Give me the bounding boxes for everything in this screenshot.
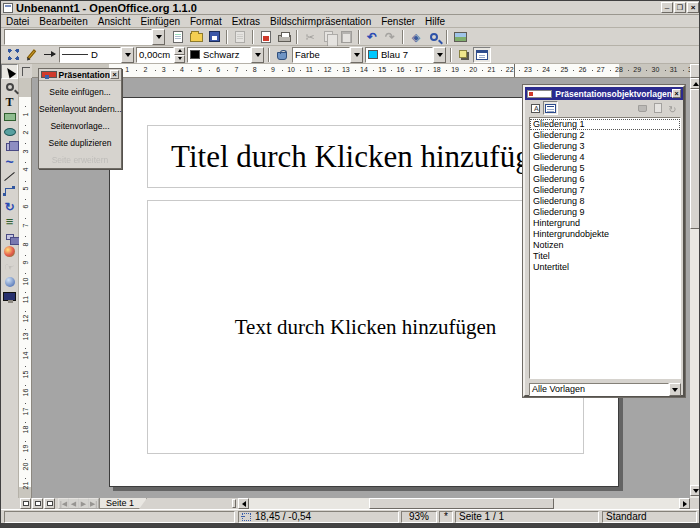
undo-icon[interactable]	[363, 29, 381, 45]
url-input[interactable]	[4, 29, 152, 45]
gallery-icon[interactable]	[451, 29, 469, 45]
style-item[interactable]: Hintergrund	[530, 218, 680, 229]
zoom-tool[interactable]	[1, 79, 18, 94]
menu-datei[interactable]: Datei	[1, 16, 34, 27]
horizontal-scrollbar[interactable]	[238, 498, 690, 509]
style-item[interactable]: Gliederung 8	[530, 196, 680, 207]
styles-window-titlebar[interactable]: Präsentationsobjektvorlagen	[525, 87, 683, 100]
scroll-right-button[interactable]	[679, 498, 690, 509]
new-document-icon[interactable]	[169, 29, 187, 45]
close-icon[interactable]	[672, 89, 681, 98]
style-filter-select[interactable]: Alle Vorlagen	[529, 383, 681, 396]
modify-slide-layout-button[interactable]: Seitenlayout ändern...	[39, 101, 121, 118]
navigator-icon[interactable]	[407, 29, 425, 45]
line-width-stepper[interactable]: 0,00cm	[136, 47, 185, 63]
lines-arrows-tool[interactable]	[1, 169, 18, 184]
style-list[interactable]: Gliederung 1Gliederung 2Gliederung 3Glie…	[529, 117, 681, 379]
edit-points-icon[interactable]	[4, 47, 22, 63]
vertical-ruler[interactable]: 123456789101112131415161718192021	[19, 78, 32, 498]
menu-hilfe[interactable]: Hilfe	[420, 16, 450, 27]
style-item[interactable]: Gliederung 4	[530, 152, 680, 163]
menu-einfuegen[interactable]: Einfügen	[136, 16, 185, 27]
text-tool[interactable]	[1, 94, 18, 109]
connector-tool[interactable]	[1, 184, 18, 199]
3d-controller-tool[interactable]	[1, 274, 18, 289]
style-item[interactable]: Gliederung 6	[530, 174, 680, 185]
body-text-placeholder[interactable]: Text durch Klicken hinzufügen	[147, 200, 584, 454]
horizontal-ruler[interactable]: 1234567891011121314151617181920212223242…	[32, 64, 690, 78]
presentation-styles-icon[interactable]	[543, 101, 558, 115]
arrow-style-icon[interactable]	[40, 47, 58, 63]
print-icon[interactable]	[275, 29, 293, 45]
line-style-dropdown-button[interactable]	[121, 47, 134, 63]
line-color-dropdown-button[interactable]	[251, 47, 264, 63]
style-item[interactable]: Gliederung 5	[530, 163, 680, 174]
ruler-end-button[interactable]	[690, 64, 700, 78]
style-item[interactable]: Gliederung 1	[530, 119, 680, 130]
line-width-down-button[interactable]	[174, 55, 185, 63]
area-color-select[interactable]: Blau 7	[365, 47, 446, 63]
title-placeholder[interactable]: Titel durch Klicken hinzufügen	[147, 125, 584, 188]
line-dialog-icon[interactable]	[22, 47, 40, 63]
area-style-select[interactable]: Farbe	[292, 47, 363, 63]
line-color-select[interactable]: Schwarz	[187, 47, 264, 63]
effects-tool[interactable]	[1, 244, 18, 259]
presentation-styles-toggle-icon[interactable]	[473, 47, 491, 63]
tab-scrollbar-splitter[interactable]	[232, 499, 236, 508]
presentation-palette-titlebar[interactable]: Präsentation	[39, 69, 121, 81]
vertical-scrollbar[interactable]	[690, 78, 700, 498]
zoom-icon[interactable]	[425, 29, 443, 45]
horizontal-scrollbar-thumb[interactable]	[369, 498, 554, 509]
style-item[interactable]: Hintergrundobjekte	[530, 229, 680, 240]
page-mode-button[interactable]	[20, 498, 31, 509]
slideshow-tool[interactable]	[1, 289, 18, 304]
status-page-cell[interactable]: Seite 1 / 1	[455, 511, 599, 523]
rectangle-tool[interactable]	[1, 109, 18, 124]
save-icon[interactable]	[205, 29, 223, 45]
menu-fenster[interactable]: Fenster	[376, 16, 420, 27]
slide-style-button[interactable]: Seitenvorlage...	[39, 118, 121, 135]
area-dialog-icon[interactable]	[273, 47, 291, 63]
line-width-value[interactable]: 0,00cm	[136, 47, 174, 63]
area-style-dropdown-button[interactable]	[350, 47, 363, 63]
vertical-scrollbar-thumb[interactable]	[690, 89, 700, 229]
shadow-icon[interactable]	[455, 47, 473, 63]
slide-tab[interactable]: Seite 1	[99, 498, 147, 509]
restore-button[interactable]	[674, 2, 686, 13]
rotate-tool[interactable]	[1, 199, 18, 214]
style-item[interactable]: Gliederung 9	[530, 207, 680, 218]
style-item[interactable]: Untertitel	[530, 262, 680, 273]
close-button[interactable]	[687, 2, 699, 13]
minimize-button[interactable]	[661, 2, 673, 13]
style-item[interactable]: Titel	[530, 251, 680, 262]
curve-tool[interactable]	[1, 154, 18, 169]
menu-bearbeiten[interactable]: Bearbeiten	[34, 16, 92, 27]
style-filter-dropdown-button[interactable]	[669, 383, 681, 396]
export-pdf-icon[interactable]	[257, 29, 275, 45]
status-page-style-cell[interactable]: Standard	[602, 511, 697, 523]
status-zoom-cell[interactable]: 93%	[401, 511, 437, 523]
status-position-cell[interactable]: 18,45 / -0,54	[238, 511, 399, 523]
open-icon[interactable]	[187, 29, 205, 45]
menu-bildschirmpraesentation[interactable]: Bildschirmpräsentation	[265, 16, 376, 27]
scroll-up-button[interactable]	[690, 78, 700, 89]
line-style-select[interactable]: D	[59, 47, 134, 63]
arrange-tool[interactable]	[1, 229, 18, 244]
area-color-dropdown-button[interactable]	[433, 47, 446, 63]
align-tool[interactable]	[1, 214, 18, 229]
line-width-up-button[interactable]	[174, 47, 185, 55]
insert-slide-button[interactable]: Seite einfügen...	[39, 84, 121, 101]
layer-mode-button[interactable]	[44, 498, 55, 509]
ellipse-tool[interactable]	[1, 124, 18, 139]
style-item[interactable]: Notizen	[530, 240, 680, 251]
menu-extras[interactable]: Extras	[227, 16, 265, 27]
style-item[interactable]: Gliederung 7	[530, 185, 680, 196]
close-icon[interactable]	[110, 70, 119, 79]
ruler-margin-marker[interactable]	[514, 64, 515, 78]
menu-format[interactable]: Format	[185, 16, 227, 27]
url-combo[interactable]	[4, 29, 165, 45]
scroll-down-button[interactable]	[690, 485, 700, 496]
graphic-styles-icon[interactable]	[528, 101, 543, 115]
scroll-left-button[interactable]	[238, 498, 249, 509]
style-item[interactable]: Gliederung 2	[530, 130, 680, 141]
